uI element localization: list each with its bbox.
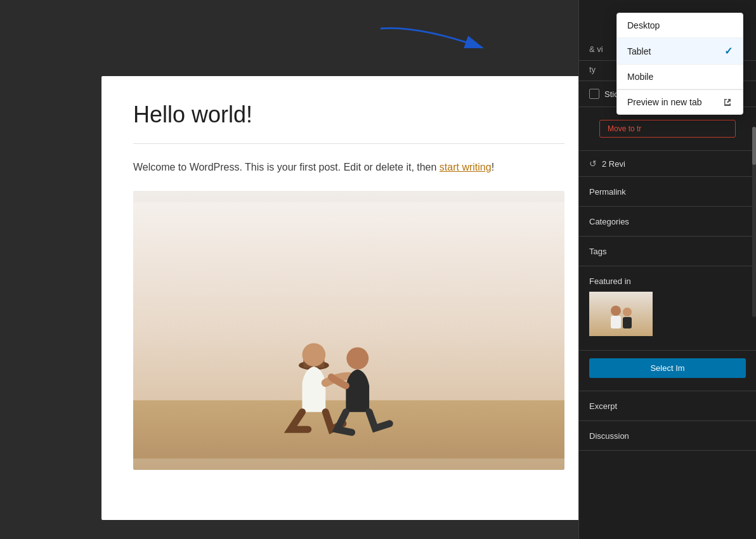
svg-rect-9: [611, 316, 621, 328]
dropdown-item-tablet[interactable]: Tablet ✓: [617, 38, 743, 65]
featured-image-thumbnail: [589, 292, 653, 336]
svg-point-8: [623, 308, 632, 316]
preview-dropdown: Desktop Tablet ✓ Mobile Preview in new t…: [616, 13, 743, 115]
start-writing-link[interactable]: start writing: [440, 162, 492, 172]
dropdown-item-mobile[interactable]: Mobile: [617, 65, 743, 89]
select-image-section: Select Im: [579, 351, 756, 391]
tags-title: Tags: [589, 247, 606, 256]
excerpt-title: Excerpt: [589, 401, 617, 411]
post-featured-image: [133, 191, 564, 470]
revisions-row: ↺ 2 Revi: [579, 151, 756, 177]
tablet-label: Tablet: [627, 46, 651, 56]
svg-rect-10: [623, 317, 632, 328]
tags-section[interactable]: Tags: [579, 237, 756, 266]
preview-new-tab-label: Preview in new tab: [627, 97, 702, 107]
svg-point-7: [611, 306, 621, 316]
move-to-trash-button[interactable]: Move to tr: [599, 120, 736, 138]
post-title: Hello world!: [133, 101, 564, 128]
revisions-icon: ↺: [589, 159, 597, 169]
svg-point-5: [346, 347, 368, 369]
categories-title: Categories: [589, 217, 629, 226]
desktop-label: Desktop: [627, 20, 660, 30]
sidebar-top-text: & vi: [589, 44, 603, 54]
stick-to-top-checkbox[interactable]: [589, 89, 599, 99]
featured-image-svg: [589, 292, 653, 336]
sidebar-scrollbar[interactable]: [752, 127, 756, 317]
dropdown-item-desktop[interactable]: Desktop: [617, 13, 743, 38]
featured-image-section: Featured in: [579, 266, 756, 351]
svg-point-4: [302, 343, 325, 367]
sidebar-scrollbar-thumb[interactable]: [752, 127, 756, 165]
discussion-title: Discussion: [589, 431, 629, 441]
post-content-panel: Hello world! Welcome to WordPress. This …: [101, 76, 596, 520]
revisions-text: 2 Revi: [602, 159, 625, 169]
select-image-button[interactable]: Select Im: [589, 358, 746, 378]
select-image-label: Select Im: [650, 363, 684, 373]
svg-rect-6: [589, 292, 653, 336]
sidebar-second-text: ty: [589, 65, 596, 74]
permalink-section[interactable]: Permalink: [579, 177, 756, 207]
external-link-icon: [722, 97, 733, 107]
excerpt-section[interactable]: Excerpt: [579, 391, 756, 421]
preview-in-new-tab-item[interactable]: Preview in new tab: [617, 90, 743, 114]
post-body: Welcome to WordPress. This is your first…: [133, 159, 564, 176]
mobile-label: Mobile: [627, 72, 653, 82]
categories-section[interactable]: Categories: [579, 207, 756, 237]
post-image-svg: [133, 191, 564, 470]
featured-image-title: Featured in: [589, 276, 631, 286]
discussion-section[interactable]: Discussion: [579, 421, 756, 451]
post-divider: [133, 143, 564, 144]
tablet-checkmark: ✓: [724, 45, 733, 57]
permalink-title: Permalink: [589, 187, 626, 197]
